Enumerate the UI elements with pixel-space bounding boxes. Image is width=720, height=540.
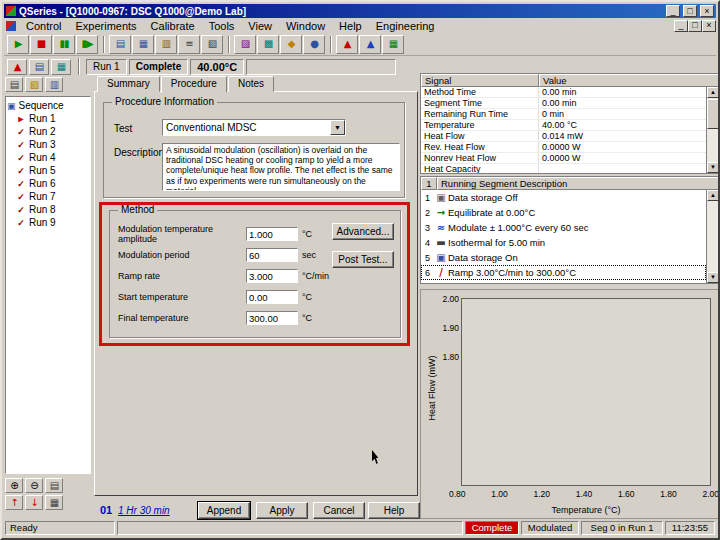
plot-area[interactable] — [461, 298, 711, 486]
tab-summary[interactable]: Summary — [97, 76, 160, 92]
notes-view-button[interactable]: ▥ — [155, 35, 177, 54]
instrument-control-button[interactable]: ▨ — [234, 35, 256, 54]
tab-procedure[interactable]: Procedure — [161, 76, 227, 93]
scroll-up-icon[interactable]: ▲ — [707, 87, 719, 98]
data-storage-on-icon: ▣ — [434, 252, 448, 263]
minimize-button[interactable]: _ — [666, 5, 680, 17]
segment-row[interactable]: 3≈Modulate ± 1.000°C every 60 sec — [421, 220, 706, 235]
apply-button[interactable]: Apply — [256, 502, 308, 519]
plot-window-button[interactable]: ▦ — [51, 59, 71, 75]
sequence-run-item[interactable]: ✓Run 4 — [7, 151, 89, 164]
run-options-button[interactable]: ▤ — [45, 478, 63, 493]
estimated-run-time-link[interactable]: 1 Hr 30 min — [118, 505, 170, 516]
run-label: Run 1 — [29, 113, 56, 124]
append-button[interactable]: Append — [198, 502, 250, 519]
modulation-analysis-icon: ▲ — [367, 39, 374, 49]
start-temperature-row: Start temperature°C — [118, 289, 312, 305]
sequence-run-item[interactable]: ✓Run 7 — [7, 190, 89, 203]
segments-scrollbar[interactable]: ▲ ▼ — [706, 190, 719, 283]
save-sequence-button[interactable]: ▥ — [45, 77, 63, 92]
purge-gas-button[interactable]: ● — [303, 35, 325, 54]
status-run-info: Seg 0 in Run 1 — [581, 521, 663, 535]
move-down-button[interactable]: ↓ — [25, 495, 43, 510]
advanced-button[interactable]: Advanced... — [332, 223, 394, 240]
start-button[interactable]: ▶ — [7, 35, 29, 54]
signals-scrollbar[interactable]: ▲ ▼ — [706, 87, 719, 173]
menu-calibrate[interactable]: Calibrate — [144, 19, 202, 33]
sequence-run-item[interactable]: ✓Run 5 — [7, 164, 89, 177]
post-test-button[interactable]: Post Test... — [332, 251, 394, 268]
wizard-button[interactable]: ▦ — [382, 35, 404, 54]
mdi-close-button[interactable]: × — [702, 20, 716, 32]
test-combobox[interactable]: Conventional MDSC ▼ — [162, 119, 346, 136]
run-list-button[interactable]: ≡ — [178, 35, 200, 54]
scroll-down-icon[interactable]: ▼ — [707, 272, 719, 283]
alarm-button[interactable]: ▲ — [7, 59, 27, 75]
segment-row[interactable]: 4▬Isothermal for 5.00 min — [421, 235, 706, 250]
sequence-list[interactable]: ▣ Sequence ►Run 1✓Run 2✓Run 3✓Run 4✓Run … — [5, 96, 91, 474]
mdi-restore-button[interactable]: □ — [688, 20, 702, 32]
final-temperature-input[interactable] — [246, 311, 298, 325]
segment-row[interactable]: 5▣Data storage On — [421, 250, 706, 265]
active-run-tab[interactable]: Run 1 — [86, 59, 127, 75]
sequence-run-item[interactable]: ✓Run 8 — [7, 203, 89, 216]
modulation-period-input[interactable] — [246, 248, 298, 262]
signal-column-header: Signal — [421, 74, 539, 87]
cancel-button[interactable]: Cancel — [313, 502, 365, 519]
mdi-minimize-button[interactable]: _ — [674, 20, 688, 32]
segment-row[interactable]: 1▣Data storage Off — [421, 190, 706, 205]
menu-control[interactable]: Control — [19, 19, 68, 33]
scroll-up-icon[interactable]: ▲ — [707, 190, 719, 201]
sequence-run-item[interactable]: ✓Run 2 — [7, 125, 89, 138]
menu-tools[interactable]: Tools — [202, 19, 242, 33]
add-run-button[interactable]: ⊕ — [5, 478, 23, 493]
new-sequence-icon: ▤ — [10, 80, 18, 90]
menu-help[interactable]: Help — [332, 19, 369, 33]
signal-row: Heat Capacity — [421, 164, 706, 173]
maximize-button[interactable]: □ — [683, 5, 697, 17]
experiment-view-button[interactable]: ▤ — [109, 35, 131, 54]
open-sequence-button[interactable]: ▧ — [25, 77, 43, 92]
wizard-icon: ▦ — [389, 39, 397, 49]
scrollbar-thumb[interactable] — [707, 99, 719, 129]
step-button[interactable]: ▮▶ — [76, 35, 98, 54]
menu-view[interactable]: View — [241, 19, 279, 33]
stop-button[interactable]: ■ — [30, 35, 52, 54]
calibration-button[interactable]: ◆ — [280, 35, 302, 54]
segment-row[interactable]: 6/Ramp 3.00°C/min to 300.00°C — [421, 265, 706, 280]
move-up-button[interactable]: ↑ — [5, 495, 23, 510]
sequence-run-item[interactable]: ✓Run 6 — [7, 177, 89, 190]
sequence-run-item[interactable]: ✓Run 3 — [7, 138, 89, 151]
scroll-down-icon[interactable]: ▼ — [707, 162, 719, 173]
signal-row: Rev. Heat Flow0.0000 W — [421, 142, 706, 153]
pause-button[interactable]: ▮▮ — [53, 35, 75, 54]
sequence-root-node[interactable]: ▣ Sequence — [7, 99, 89, 112]
view-grid-button[interactable]: ▦ — [45, 495, 63, 510]
procedure-view-button[interactable]: ▦ — [132, 35, 154, 54]
start-temperature-input[interactable] — [246, 290, 298, 304]
menu-experiments[interactable]: Experiments — [68, 19, 143, 33]
menu-engineering[interactable]: Engineering — [369, 19, 442, 33]
signal-panel-button[interactable]: ▩ — [257, 35, 279, 54]
sequence-run-item[interactable]: ►Run 1 — [7, 112, 89, 125]
modulation-analysis-button[interactable]: ▲ — [359, 35, 381, 54]
instrument-toolbar: ▲▤▦ — [7, 59, 72, 75]
tab-notes[interactable]: Notes — [228, 76, 274, 92]
sequence-run-item[interactable]: ✓Run 9 — [7, 216, 89, 229]
copy-run-button[interactable]: ▧ — [201, 35, 223, 54]
analysis-button[interactable]: ▲ — [336, 35, 358, 54]
description-textarea[interactable]: A sinusoidal modulation (oscillation) is… — [162, 143, 400, 191]
x-tick-label: 1.00 — [491, 489, 508, 499]
menu-window[interactable]: Window — [279, 19, 332, 33]
realtime-signal-button[interactable]: ▤ — [29, 59, 49, 75]
help-button[interactable]: Help — [368, 502, 420, 519]
delete-run-button[interactable]: ⊖ — [25, 478, 43, 493]
modulation-amplitude-input[interactable] — [246, 227, 298, 241]
chevron-down-icon[interactable]: ▼ — [330, 120, 345, 135]
ramp-rate-input[interactable] — [246, 269, 298, 283]
signal-value: 0.0000 W — [539, 153, 706, 163]
status-bar: Ready Complete Modulated Seg 0 in Run 1 … — [4, 519, 716, 536]
new-sequence-button[interactable]: ▤ — [5, 77, 23, 92]
segment-row[interactable]: 2→Equilibrate at 0.00°C — [421, 205, 706, 220]
close-button[interactable]: × — [700, 5, 714, 17]
